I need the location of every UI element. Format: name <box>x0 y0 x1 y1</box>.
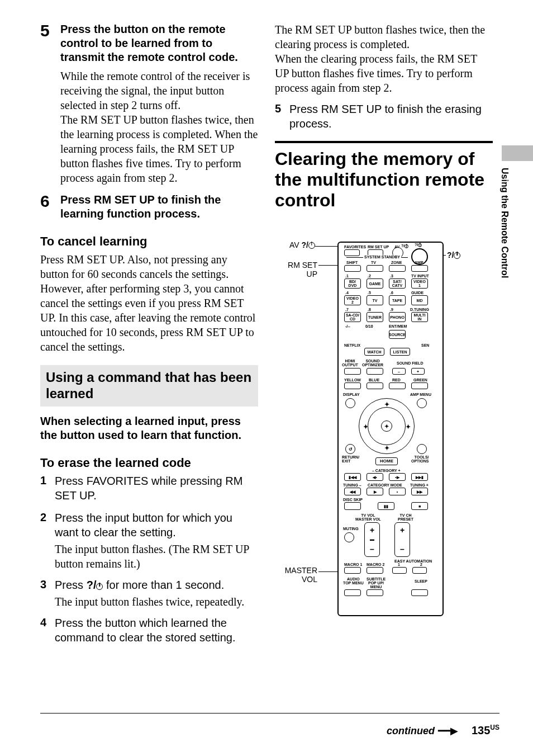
favorites-button <box>344 249 360 256</box>
callout-av-power: AV ?/ <box>289 240 315 249</box>
watch-button: WATCH <box>364 348 384 356</box>
step-text: Press ?/ for more than 1 second. <box>55 578 224 592</box>
label-subtitle: SUBTITLE POP UP/ MENU <box>367 577 386 589</box>
subtitle-button <box>367 589 383 596</box>
num-label: .8 <box>368 308 371 311</box>
zone-button <box>389 265 406 272</box>
power-icon <box>454 252 460 259</box>
ea2-button <box>412 567 427 574</box>
label-red: RED <box>392 378 401 382</box>
remote-diagram: AV ?/ RM SET UP ?/ MASTER VOL FAVORITES … <box>275 225 493 616</box>
step-number: 1 <box>40 474 55 503</box>
num-label: D.TUNING <box>410 308 429 311</box>
optimizer-button <box>367 368 383 375</box>
step-number: 6 <box>40 193 60 221</box>
label-ea2: 2 <box>420 563 422 566</box>
input-button: TV <box>367 295 383 305</box>
step-text: Press FAVORITES while pressing RM SET UP… <box>55 474 258 503</box>
input-button: VIDEO 1 <box>411 278 428 289</box>
label-tuning-plus: TUNING + <box>410 483 429 487</box>
input-button: GAME <box>367 278 383 289</box>
pause-button: ▮▮ <box>378 502 394 510</box>
side-tab-label: Using the Remote Control <box>499 168 510 278</box>
label-sen: SEN <box>421 343 429 347</box>
master-vol-rocker: +▬– <box>364 522 380 557</box>
label-zone: ZONE <box>391 261 402 264</box>
macro1-button <box>344 567 361 574</box>
dpad-right-icon: ✦ <box>406 424 411 430</box>
replay-button: ◀• <box>367 473 383 481</box>
label-hdmi: HDMI OUTPUT <box>342 359 358 367</box>
callout-rm-set-up: RM SET UP <box>284 261 317 278</box>
stop-button: ■ <box>411 502 428 510</box>
green-button <box>411 382 428 389</box>
input-button: MULTI IN <box>411 312 428 322</box>
play-button: ▶ <box>367 488 383 495</box>
input-button: TAPE <box>389 295 406 305</box>
tools-button <box>417 444 427 454</box>
callout-master-vol: MASTER VOL <box>275 566 317 584</box>
step-text: Press RM SET UP to finish the erasing pr… <box>289 102 493 131</box>
red-button <box>389 382 406 389</box>
top-paragraph: The RM SET UP button flashes twice, then… <box>275 22 493 95</box>
ampmenu-button <box>417 398 427 408</box>
label-green: GREEN <box>413 378 427 382</box>
label-netflix: NETFLIX <box>344 343 360 347</box>
footer: continued ━━▶ 135US <box>40 724 499 737</box>
label-ea1: 1 <box>398 563 400 566</box>
side-tab-bar <box>502 145 533 161</box>
label-macro1: MACRO 1 <box>344 563 362 566</box>
audio-button <box>344 589 361 596</box>
continued-arrow-icon: ━━▶ <box>438 725 458 737</box>
source-button: SOURCE <box>389 330 406 339</box>
continued-label: continued <box>387 725 435 737</box>
step-6: 6 Press RM SET UP to finish the learning… <box>40 193 258 221</box>
input-button: SAT/ CATV <box>389 278 406 289</box>
label-ampmenu: AMP MENU <box>410 393 431 396</box>
num-label: .4 <box>345 291 349 295</box>
erase-code-heading: To erase the learned code <box>40 456 258 470</box>
advance-button: •▶ <box>389 473 406 481</box>
right-column: The RM SET UP button flashes twice, then… <box>275 22 493 647</box>
return-button: ↺ <box>345 444 355 454</box>
label-return: RETURN/ EXIT <box>342 455 359 463</box>
power-icon <box>96 583 103 590</box>
tv-button <box>367 265 383 272</box>
label-tv: TV <box>371 261 376 264</box>
av-power-icon: ?/ <box>401 244 408 248</box>
label-sleep: SLEEP <box>415 579 427 583</box>
erase-step-2: 2 Press the input button for which you w… <box>40 511 258 540</box>
label-category: – CATEGORY + <box>372 469 401 472</box>
dpad-left-icon: ✦ <box>363 424 368 430</box>
power-icon <box>308 242 315 249</box>
next-button: ▶▶▮ <box>411 473 428 481</box>
num-label: GUIDE <box>411 291 423 295</box>
num-label: ENT/MEM <box>389 324 407 328</box>
step-heading: Press the button on the remote control t… <box>60 22 258 64</box>
label-audio: AUDIO TOP MENU <box>343 577 364 585</box>
muting-button <box>344 532 354 542</box>
label-tvvol: TV VOL MASTER VOL <box>355 513 381 521</box>
columns: 5 Press the button on the remote control… <box>40 22 499 647</box>
label-rmsetup: RM SET UP <box>368 245 389 249</box>
label-catmode: CATEGORY MODE <box>368 483 402 487</box>
num-label: .2 <box>368 274 371 278</box>
yellow-button <box>344 382 361 389</box>
label-tools: TOOLS/ OPTIONS <box>411 455 429 463</box>
instruction: When selecting a learned input, press th… <box>40 414 258 442</box>
callout-power: ?/ <box>447 251 460 259</box>
erase-step-3: 3 Press ?/ for more than 1 second. <box>40 578 258 592</box>
home-button: HOME <box>375 457 398 465</box>
section-rule <box>275 141 493 143</box>
ff-button: ▶▶ <box>411 488 428 495</box>
label-favorites: FAVORITES <box>344 245 366 249</box>
label-blue: BLUE <box>369 378 379 382</box>
label-muting: MUTING <box>343 527 359 531</box>
input-button: PHONO <box>389 312 406 322</box>
step-5: 5 Press the button on the remote control… <box>40 22 258 64</box>
shift-button <box>344 265 361 272</box>
erase-step-3-note: The input button flashes twice, repeated… <box>55 594 258 609</box>
num-label: .5 <box>368 291 371 295</box>
input-button: SA-CD/ CD <box>344 312 361 322</box>
num-label: .3 <box>390 274 393 278</box>
